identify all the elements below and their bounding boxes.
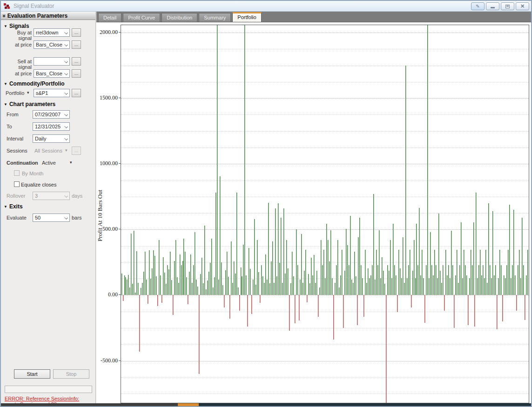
window-title: Signal Evaluator: [13, 3, 54, 9]
sell-price-combobox[interactable]: Bars_Close: [34, 69, 70, 78]
equalize-closes-label: Equalize closes: [21, 182, 56, 187]
close-button[interactable]: ✕: [516, 2, 529, 10]
pencil-button[interactable]: ✎: [471, 2, 485, 10]
equalize-closes-checkbox[interactable]: [14, 181, 20, 187]
chart-bar: [390, 240, 391, 295]
chart-bar: [422, 250, 423, 295]
chart-bar: [129, 287, 130, 295]
chart-bar: [264, 283, 265, 295]
tab-distribution[interactable]: Distribution: [162, 13, 197, 22]
chart-bar: [515, 275, 516, 295]
chart-bar: [502, 295, 503, 321]
buy-signal-browse-button[interactable]: ...: [72, 28, 81, 37]
buy-price-label: at price: [5, 42, 32, 47]
to-label: To: [7, 124, 34, 129]
chart-bar: [501, 265, 502, 295]
chart-bar: [322, 265, 323, 295]
chart-bar: [430, 232, 431, 295]
gridline-minor: [121, 147, 529, 148]
chart-bar: [383, 271, 384, 295]
chart-bar: [307, 295, 308, 302]
chart-bar: [308, 274, 309, 295]
chart-bar: [178, 283, 179, 295]
chart-bar: [167, 265, 168, 295]
portfolio-combobox[interactable]: s&P1: [34, 89, 70, 97]
section-commodity-portfolio[interactable]: ▼Commodity/Portfolio: [4, 80, 65, 87]
section-exits[interactable]: ▼Exits: [4, 203, 23, 210]
rollover-label: Rollover: [7, 193, 34, 199]
chart-bar: [405, 66, 406, 295]
chart-bar: [170, 252, 171, 295]
chart-bar: [480, 250, 481, 295]
chart-bar: [498, 278, 499, 295]
chart-bar: [424, 295, 425, 322]
chart-bar: [492, 211, 493, 295]
buy-price-browse-button[interactable]: ...: [72, 40, 81, 49]
y-tick-mark: [119, 229, 121, 229]
chart-bar: [265, 254, 266, 295]
chart-bar: [512, 265, 513, 295]
sell-price-browse-button[interactable]: ...: [72, 69, 81, 78]
chart-bar: [344, 271, 345, 295]
sell-signal-browse-button[interactable]: ...: [72, 57, 81, 66]
chart-bar: [253, 280, 254, 295]
error-link-line1[interactable]: ERROR: Reference SessionInfo:: [5, 396, 79, 401]
gridline-minor: [121, 114, 529, 115]
buy-signal-combobox[interactable]: rrel3down: [34, 28, 70, 37]
chart-bar: [484, 278, 485, 295]
sell-signal-combobox[interactable]: [34, 57, 70, 66]
evaluate-bars-combobox[interactable]: 50: [33, 214, 70, 222]
chart-bar: [401, 278, 402, 295]
chart-bar: [251, 295, 252, 314]
chart-bar: [494, 275, 495, 295]
chart-bar: [351, 280, 352, 295]
gridline-minor: [121, 66, 529, 66]
to-date-combobox[interactable]: 12/31/2025: [33, 122, 70, 131]
panel-header[interactable]: »Evaluation Parameters: [1, 12, 95, 20]
chart-bar: [396, 275, 397, 295]
section-chart-parameters[interactable]: ▼Chart parameters: [4, 101, 55, 107]
chart-bar: [250, 269, 251, 295]
chart-bar: [301, 234, 302, 295]
maximize-button[interactable]: [501, 2, 514, 10]
chart-bar: [429, 278, 430, 295]
y-tick-mark: [119, 360, 121, 361]
chart-bar: [142, 283, 143, 295]
chart-bar: [221, 262, 222, 295]
panel-header-label: Evaluation Parameters: [7, 13, 67, 19]
tab-profit-curve[interactable]: Profit Curve: [123, 13, 160, 22]
start-button[interactable]: Start: [14, 369, 50, 379]
chart-bar: [518, 265, 519, 295]
from-date-combobox[interactable]: 07/29/2007: [33, 110, 70, 119]
chart-bar: [336, 265, 337, 295]
chart-bar: [343, 295, 344, 328]
app-window: Signal Evaluator ✎ ✕ »Evaluation Paramet…: [0, 0, 532, 407]
portfolio-browse-button[interactable]: ...: [72, 89, 81, 97]
chart-bar: [295, 295, 296, 323]
chart-bar: [473, 222, 474, 295]
rollover-combobox: 3: [33, 192, 70, 200]
interval-combobox[interactable]: Daily: [33, 134, 70, 143]
continuation-arrow-icon[interactable]: ▾: [70, 160, 72, 165]
y-axis-title: Profit At 10 Bars Out: [96, 176, 104, 255]
chart-bar: [168, 269, 169, 295]
minimize-button[interactable]: [486, 2, 499, 10]
chart-bar: [362, 278, 363, 295]
tab-summary[interactable]: Summary: [199, 13, 231, 22]
chart-bar: [239, 295, 240, 311]
title-bar[interactable]: Signal Evaluator ✎ ✕: [1, 1, 531, 12]
chart-bar: [508, 250, 509, 295]
section-signals[interactable]: ▼Signals: [4, 23, 29, 29]
y-tick-mark: [119, 98, 121, 98]
chart-bar: [299, 295, 300, 320]
continuation-value[interactable]: Active: [42, 160, 69, 166]
portfolio-menu-arrow-icon[interactable]: ▾: [27, 90, 29, 95]
y-tick-label: 500.00: [96, 226, 118, 233]
tab-portfolio[interactable]: Portfolio: [232, 12, 261, 22]
y-tick-label: 2000.00: [96, 29, 118, 36]
chart-bar: [293, 276, 294, 295]
tab-detail[interactable]: Detail: [98, 13, 121, 22]
buy-price-combobox[interactable]: Bars_Close: [34, 40, 70, 49]
chart-bar: [384, 284, 385, 295]
chart-bar: [391, 278, 392, 295]
